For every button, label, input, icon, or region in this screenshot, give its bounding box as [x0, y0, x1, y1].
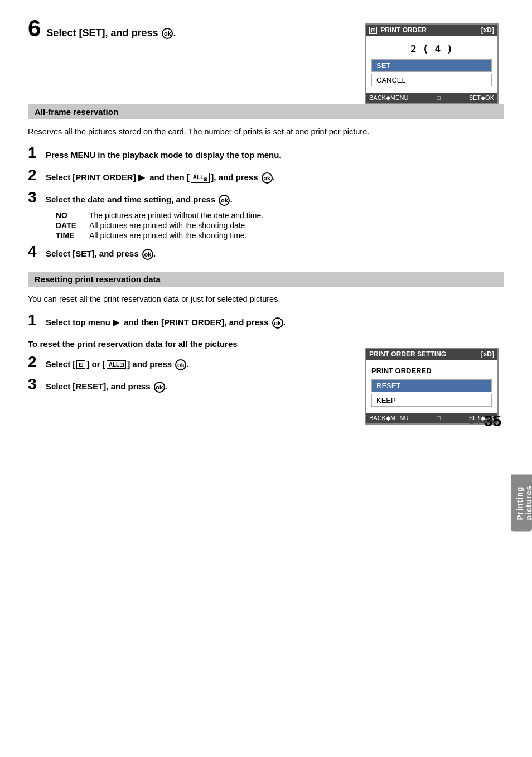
all-frame-step1: 1 Press MENU in the playback mode to dis… [28, 144, 504, 162]
option-date: DATE All pictures are printed with the s… [56, 221, 504, 230]
step3-text: Select the date and time setting, and pr… [46, 195, 504, 206]
step4-num: 4 [28, 243, 46, 261]
step1-text: Press MENU in the playback mode to displ… [46, 150, 504, 160]
ok-circle-3: ok [219, 195, 230, 206]
resetting-step3: 3 Select [RESET], and press ok. [28, 375, 365, 393]
mockup-option-set: SET [371, 59, 492, 72]
ok-circle-r3: ok [154, 382, 165, 393]
step6-number: 6 [28, 17, 41, 40]
side-tab: Printing pictures [511, 474, 532, 531]
mockup-header-left: ⊡ PRINT ORDER [369, 26, 427, 34]
ok-circle-2: ok [262, 172, 273, 184]
mockup-footer-right: SET◆OK [469, 94, 494, 102]
mockup-footer: BACK◆MENU □ SET◆OK [366, 93, 497, 103]
setting-option-reset: RESET [371, 379, 492, 392]
page-number: 35 [484, 412, 501, 430]
all-frame-step2: 2 Select [PRINT ORDER] ▶ and then [ALL⊡]… [28, 166, 504, 184]
all-frame-body: Reserves all the pictures stored on the … [28, 126, 504, 138]
resetting-section-header: Resetting print reservation data [28, 272, 504, 287]
mockup-footer-left: BACK◆MENU [369, 94, 408, 102]
step2-num: 2 [28, 166, 46, 184]
setting-header-right: [xD] [481, 350, 494, 358]
mockup-value: 2 ( 4 ) [371, 40, 492, 59]
all-frame-section-header: All-frame reservation [28, 104, 504, 119]
ok-circle-r2: ok [175, 359, 186, 370]
res-step3-num: 3 [28, 375, 46, 393]
setting-footer-left: BACK◆MENU [369, 414, 408, 422]
mockup-option-cancel: CANCEL [371, 74, 492, 86]
option-date-desc: All pictures are printed with the shooti… [89, 221, 247, 230]
ok-circle-4: ok [142, 249, 153, 260]
single-icon: ⊡ [76, 360, 85, 369]
ok-circle-icon: ok [162, 28, 173, 39]
steps2-wrapper: PRINT ORDER SETTING [xD] PRINT ORDERED R… [28, 353, 504, 425]
print-order-mockup: ⊡ PRINT ORDER [xD] 2 ( 4 ) SET CANCEL BA… [365, 23, 499, 104]
mockup-body: 2 ( 4 ) SET CANCEL [366, 36, 497, 93]
page-container: 6 Select [SET], and press ok. ⊡ PRINT OR… [0, 0, 532, 441]
resetting-step1: 1 Select top menu ▶ and then [PRINT ORDE… [28, 311, 504, 329]
resetting-step2: 2 Select [⊡] or [ALL⊡] and press ok. [28, 353, 365, 371]
step3-num: 3 [28, 189, 46, 206]
setting-option-keep: KEEP [371, 394, 492, 407]
page-footer: EN 35 [468, 412, 501, 430]
step1-num: 1 [28, 144, 46, 162]
setting-mockup-header: PRINT ORDER SETTING [xD] [366, 349, 497, 360]
print-icon: ⊡ [369, 27, 377, 34]
step4-text: Select [SET], and press ok. [46, 249, 504, 260]
res-step1-num: 1 [28, 311, 46, 329]
option-no-key: NO [56, 211, 81, 220]
option-no: NO The pictures are printed without the … [56, 211, 504, 220]
all-icon2: ALL⊡ [107, 360, 126, 369]
mockup-footer-icon: □ [437, 94, 441, 102]
setting-header-left: PRINT ORDER SETTING [369, 350, 446, 358]
step6-text: Select [SET], and press ok. [46, 27, 176, 39]
mockup-header: ⊡ PRINT ORDER [xD] [366, 25, 497, 36]
option-time-desc: All pictures are printed with the shooti… [89, 231, 246, 240]
res-step1-text: Select top menu ▶ and then [PRINT ORDER]… [46, 317, 504, 329]
option-time: TIME All pictures are printed with the s… [56, 231, 504, 240]
ok-circle-r1: ok [272, 317, 283, 329]
res-step2-text: Select [⊡] or [ALL⊡] and press ok. [46, 359, 365, 370]
setting-mockup-body: PRINT ORDERED RESET KEEP [366, 360, 497, 413]
all-frame-step4: 4 Select [SET], and press ok. [28, 243, 504, 261]
all-icon: ALL⊡ [191, 173, 210, 183]
resetting-body: You can reset all the print reservation … [28, 293, 504, 306]
option-no-desc: The pictures are printed without the dat… [89, 211, 263, 220]
step2-text: Select [PRINT ORDER] ▶ and then [ALL⊡], … [46, 172, 504, 184]
res-step2-num: 2 [28, 353, 46, 371]
res-step3-text: Select [RESET], and press ok. [46, 382, 365, 393]
setting-footer-icon: □ [437, 414, 441, 422]
step3-options: NO The pictures are printed without the … [56, 211, 504, 240]
mockup-header-right: [xD] [481, 26, 494, 34]
option-time-key: TIME [56, 231, 81, 240]
setting-label: PRINT ORDERED [371, 364, 492, 379]
all-frame-step3: 3 Select the date and time setting, and … [28, 189, 504, 206]
option-date-key: DATE [56, 221, 81, 230]
page-en-label: EN [468, 417, 479, 426]
